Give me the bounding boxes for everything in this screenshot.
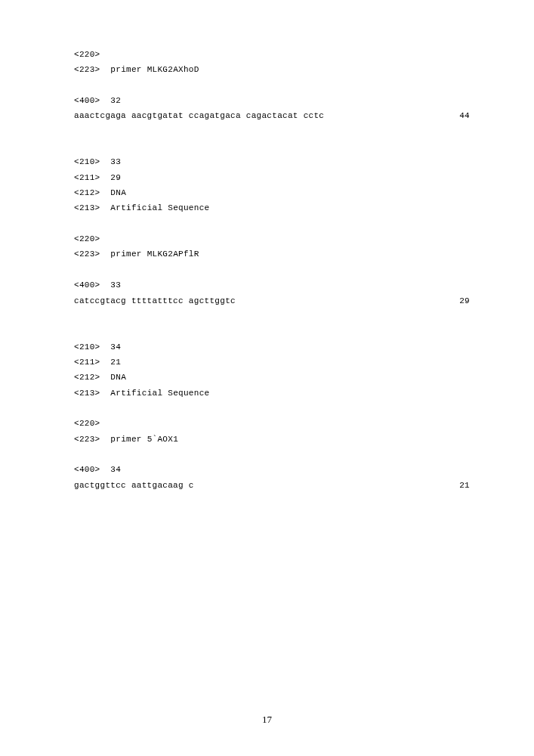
seq-header-line: <400> 33 — [74, 277, 470, 293]
tag-id: <210> — [74, 157, 100, 166]
seq-id: <400> — [74, 96, 100, 105]
seq-num: 34 — [110, 465, 121, 474]
blank-line — [74, 308, 470, 324]
tag-id: <212> — [74, 373, 100, 382]
tag-line: <212> DNA — [74, 370, 470, 385]
tag-id: <213> — [74, 389, 100, 398]
blank-line — [74, 447, 470, 462]
page-number: 17 — [0, 714, 534, 726]
tag-line: <213> Artificial Sequence — [74, 386, 470, 401]
tag-value: primer MLKG2AXhoD — [110, 65, 199, 74]
blank-line — [74, 324, 470, 339]
tag-value: primer 5`AOX1 — [110, 435, 178, 444]
sequence-text: aaactcgaga aacgtgatat ccagatgaca cagacta… — [74, 108, 324, 123]
tag-value: 29 — [110, 173, 121, 182]
seq-id: <400> — [74, 280, 100, 290]
tag-id: <223> — [74, 249, 100, 259]
tag-line: <223> primer MLKG2AXhoD — [74, 62, 470, 77]
tag-id: <223> — [74, 435, 100, 444]
sequence-text: catccgtacg ttttatttcc agcttggtc — [74, 293, 236, 308]
seq-id: <400> — [74, 465, 100, 474]
tag-line: <220> — [74, 47, 470, 62]
tag-line: <211> 29 — [74, 170, 470, 185]
blank-line — [74, 401, 470, 416]
tag-id: <211> — [74, 173, 100, 182]
tag-id: <212> — [74, 188, 100, 197]
sequence-line: gactggttcc aattgacaag c21 — [74, 478, 470, 493]
tag-id: <220> — [74, 50, 100, 59]
seq-header-line: <400> 34 — [74, 462, 470, 477]
tag-line: <210> 34 — [74, 339, 470, 355]
sequence-length: 21 — [459, 478, 470, 493]
tag-value: 33 — [110, 157, 121, 166]
tag-value: primer MLKG2APflR — [110, 249, 199, 259]
tag-value: DNA — [110, 188, 126, 197]
blank-line — [74, 78, 470, 93]
sequence-text: gactggttcc aattgacaag c — [74, 478, 194, 493]
seq-num: 33 — [110, 280, 121, 290]
blank-line — [74, 139, 470, 154]
sequence-length: 29 — [459, 293, 470, 308]
tag-value: 21 — [110, 358, 121, 367]
tag-value: Artificial Sequence — [110, 203, 209, 212]
blank-line — [74, 216, 470, 231]
blank-line — [74, 262, 470, 277]
tag-id: <210> — [74, 342, 100, 352]
tag-line: <211> 21 — [74, 355, 470, 370]
tag-id: <211> — [74, 358, 100, 367]
seq-num: 32 — [110, 96, 121, 105]
blank-line — [74, 124, 470, 139]
tag-id: <223> — [74, 65, 100, 74]
tag-id: <220> — [74, 234, 100, 243]
tag-value: Artificial Sequence — [110, 389, 209, 398]
sequence-line: catccgtacg ttttatttcc agcttggtc29 — [74, 293, 470, 308]
seq-header-line: <400> 32 — [74, 93, 470, 108]
tag-line: <223> primer MLKG2APflR — [74, 246, 470, 262]
tag-line: <220> — [74, 416, 470, 431]
tag-line: <223> primer 5`AOX1 — [74, 432, 470, 447]
tag-line: <220> — [74, 231, 470, 246]
tag-value: DNA — [110, 373, 126, 382]
sequence-listing-content: <220> <223> primer MLKG2AXhoD <400> 32 a… — [0, 0, 534, 493]
tag-line: <213> Artificial Sequence — [74, 200, 470, 215]
tag-line: <212> DNA — [74, 185, 470, 200]
tag-id: <220> — [74, 419, 100, 428]
sequence-length: 44 — [459, 108, 470, 123]
tag-line: <210> 33 — [74, 154, 470, 169]
tag-id: <213> — [74, 203, 100, 212]
tag-value: 34 — [110, 342, 121, 352]
sequence-line: aaactcgaga aacgtgatat ccagatgaca cagacta… — [74, 108, 470, 123]
